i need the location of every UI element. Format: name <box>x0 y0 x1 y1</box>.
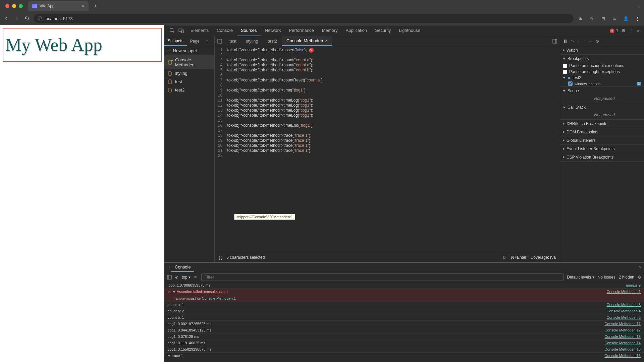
device-toggle-icon[interactable] <box>178 28 184 34</box>
global-section[interactable]: Global Listeners <box>560 136 644 144</box>
snippet-item[interactable]: Console Methoden <box>164 56 214 69</box>
pause-icon[interactable] <box>563 39 568 44</box>
file-tab[interactable]: test2 <box>263 36 282 46</box>
drawer-close-icon[interactable]: × <box>639 265 641 270</box>
menu-icon[interactable]: ⋮ <box>634 15 641 22</box>
settings-icon[interactable]: ⚙ <box>622 28 626 33</box>
kebab-icon[interactable]: ⋮ <box>629 28 633 33</box>
tab-security[interactable]: Security <box>371 25 395 36</box>
reload-button[interactable] <box>23 15 30 22</box>
source-link[interactable]: Console Methoden:5 <box>606 315 641 319</box>
dropdown-icon[interactable]: ⌄ <box>635 3 641 9</box>
trace-link[interactable]: Console Methoden:1 <box>202 296 236 300</box>
source-link[interactable]: Console Methoden:1 <box>606 290 641 294</box>
tab-network[interactable]: Network <box>261 25 285 36</box>
info-icon[interactable]: ⓘ <box>38 15 42 21</box>
extensions-icon[interactable]: ⊞ <box>600 15 606 22</box>
code-editor[interactable]: 12345678910111213141516171819202122 "tok… <box>215 46 560 253</box>
filter-input[interactable] <box>201 273 564 281</box>
source-link[interactable]: Console Methoden:14 <box>604 341 641 345</box>
source-link[interactable]: Console Methoden:13 <box>604 335 641 339</box>
profile-icon[interactable]: 👤 <box>623 15 629 22</box>
new-snippet-button[interactable]: + New snippet <box>164 46 214 56</box>
close-tab-icon[interactable]: × <box>82 3 85 9</box>
event-section[interactable]: Event Listener Breakpoints <box>560 145 644 153</box>
back-button[interactable] <box>3 15 10 22</box>
console-message[interactable]: count a: 2Console Methoden:4 <box>164 308 644 314</box>
braces-icon[interactable]: { } <box>219 255 222 260</box>
console-message[interactable]: count a: 1Console Methoden:3 <box>164 302 644 308</box>
tab-sources[interactable]: Sources <box>237 25 261 36</box>
toggle-debugger-icon[interactable] <box>552 39 557 44</box>
forward-button[interactable] <box>13 15 20 22</box>
maximize-window-button[interactable] <box>19 4 23 8</box>
tab-more[interactable]: » <box>203 37 212 46</box>
source-link[interactable]: Console Methoden:12 <box>604 328 641 332</box>
console-message[interactable]: tlog1: 0.119140625 msConsole Methoden:14 <box>164 340 644 346</box>
step-into-icon[interactable]: ↓ <box>578 39 580 44</box>
file-tab[interactable]: styling <box>241 36 263 46</box>
tab-page[interactable]: Page <box>187 37 203 46</box>
tab-application[interactable]: Application <box>342 25 371 36</box>
console-messages[interactable]: loop: 1.070068359375 msmain.js:9⊗Asserti… <box>164 282 644 362</box>
tab-memory[interactable]: Memory <box>318 25 342 36</box>
pause-caught-checkbox[interactable] <box>563 70 567 74</box>
tab-performance[interactable]: Performance <box>285 25 318 36</box>
source-link[interactable]: main.js:9 <box>626 283 641 287</box>
step-over-icon[interactable]: ↷ <box>571 39 574 44</box>
toggle-sidebar-icon[interactable] <box>167 275 172 280</box>
sidepanel-icon[interactable]: ▭ <box>611 15 618 22</box>
log-levels-selector[interactable]: Default levels ▾ <box>567 275 594 280</box>
snippet-item[interactable]: styling <box>164 69 214 77</box>
console-message[interactable]: tlog1: 0.155029296875 msConsole Methoden… <box>164 346 644 353</box>
file-tab[interactable]: Console Methoden× <box>282 36 332 46</box>
error-count-badge[interactable]: × 1 <box>610 28 618 33</box>
tab-lighthouse[interactable]: Lighthouse <box>395 25 424 36</box>
scope-section[interactable]: Scope <box>560 87 644 95</box>
source-link[interactable]: Console Methoden:4 <box>606 309 641 313</box>
console-message[interactable]: tlog1: 0.002197265625 msConsole Methoden… <box>164 321 644 327</box>
clear-console-icon[interactable]: ⊘ <box>175 275 178 280</box>
bookmark-icon[interactable]: ☆ <box>588 15 595 22</box>
source-link[interactable]: Console Methoden:18 <box>604 354 641 358</box>
xhr-section[interactable]: XHR/fetch Breakpoints <box>560 120 644 128</box>
console-message[interactable]: tlog1: 0.078125 msConsole Methoden:13 <box>164 334 644 340</box>
step-icon[interactable]: → <box>588 39 592 44</box>
tab-snippets[interactable]: Snippets <box>164 37 187 46</box>
live-expression-icon[interactable]: 👁 <box>194 275 198 280</box>
url-bar[interactable]: ⓘ <box>34 14 574 23</box>
pause-uncaught-checkbox[interactable] <box>563 64 567 68</box>
console-message[interactable]: loop: 1.070068359375 msmain.js:9 <box>164 282 644 289</box>
watch-section[interactable]: Watch <box>560 46 644 54</box>
close-file-icon[interactable]: × <box>325 38 328 43</box>
console-settings-icon[interactable]: ⚙ <box>638 275 641 280</box>
inline-error-icon[interactable] <box>309 48 314 53</box>
run-snippet-button[interactable]: ▷ <box>503 255 506 260</box>
inspect-icon[interactable] <box>170 28 175 34</box>
hidden-count[interactable]: 2 hidden <box>619 275 634 280</box>
browser-tab[interactable]: Vite App × <box>28 1 89 11</box>
toggle-navigator-icon[interactable] <box>217 39 222 44</box>
tab-elements[interactable]: Elements <box>186 25 213 36</box>
snippet-item[interactable]: test2 <box>164 86 214 94</box>
url-input[interactable] <box>45 16 570 21</box>
code-content[interactable]: "tok-obj">console."tok-method">assert(fa… <box>226 46 560 253</box>
breakpoints-section[interactable]: Breakpoints <box>560 55 644 63</box>
minimize-window-button[interactable] <box>12 4 16 8</box>
file-tab[interactable]: test <box>225 36 241 46</box>
console-message[interactable]: ⊗Assertion failed: console.assertConsole… <box>164 289 644 295</box>
close-window-button[interactable] <box>5 4 9 8</box>
breakpoint-checkbox[interactable] <box>568 81 573 86</box>
drawer-console-tab[interactable]: Console <box>171 263 194 272</box>
step-out-icon[interactable]: ↑ <box>583 39 585 44</box>
dom-section[interactable]: DOM Breakpoints <box>560 128 644 136</box>
zoom-icon[interactable]: ⊕ <box>577 15 584 22</box>
source-link[interactable]: Console Methoden:11 <box>604 322 641 326</box>
new-tab-button[interactable]: + <box>91 3 100 9</box>
source-link[interactable]: Console Methoden:3 <box>606 303 641 307</box>
console-message[interactable]: trace 1Console Methoden:18 <box>164 353 644 359</box>
callstack-section[interactable]: Call Stack <box>560 103 644 111</box>
close-devtools-icon[interactable]: × <box>637 28 639 33</box>
source-link[interactable]: Console Methoden:16 <box>604 347 641 351</box>
context-selector[interactable]: top ▾ <box>182 275 191 280</box>
